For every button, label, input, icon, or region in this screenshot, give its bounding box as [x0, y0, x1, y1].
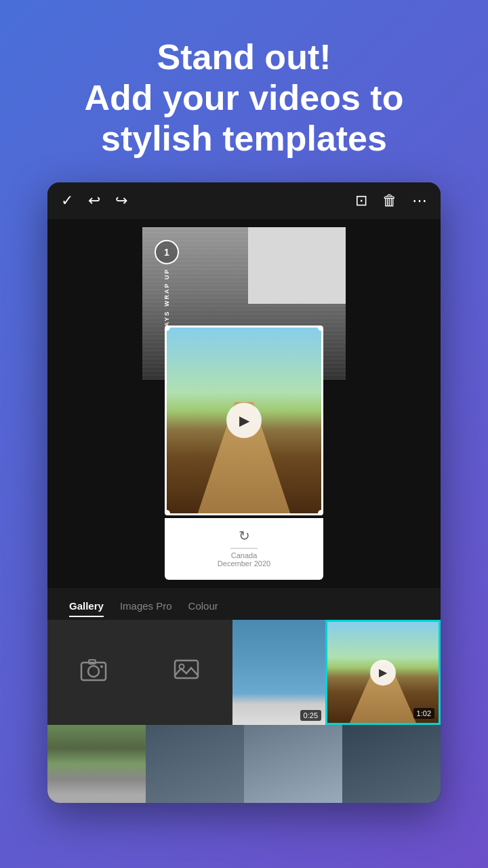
location-label: Canada — [176, 551, 312, 559]
photo-small-2[interactable] — [146, 725, 244, 803]
tab-colour[interactable]: Colour — [180, 597, 226, 614]
thumb-play-button[interactable]: ▶ — [370, 660, 396, 686]
editor-window: ✓ ↩ ↪ ⊡ 🗑 ⋯ 1 WRAP UP WINTER DAYS — [47, 182, 441, 803]
more-icon[interactable]: ⋯ — [412, 192, 427, 210]
photo-small-1[interactable] — [47, 725, 146, 803]
corner-dot-bl[interactable] — [165, 510, 170, 515]
top-right-placeholder — [248, 227, 346, 304]
template-bottom-card: ↻ Canada December 2020 — [165, 518, 323, 580]
svg-point-1 — [88, 666, 99, 677]
frame-handle-top[interactable] — [224, 326, 264, 326]
divider — [230, 548, 258, 549]
video-selected-cell[interactable]: ▶ 1:02 — [325, 620, 441, 725]
frame-handle-left[interactable] — [165, 407, 165, 434]
template-card: 1 WRAP UP WINTER DAYS — [142, 227, 346, 580]
delete-icon[interactable]: 🗑 — [382, 192, 397, 210]
date-label: December 2020 — [176, 559, 312, 568]
crop-icon[interactable]: ⊡ — [355, 192, 367, 210]
editor-toolbar: ✓ ↩ ↪ ⊡ 🗑 ⋯ — [47, 182, 441, 219]
tab-images-pro[interactable]: Images Pro — [112, 597, 180, 614]
pool-image — [232, 620, 325, 725]
photo-pool-cell[interactable]: 0:25 — [232, 620, 325, 725]
check-icon[interactable]: ✓ — [61, 192, 73, 210]
refresh-icon[interactable]: ↻ — [176, 528, 312, 544]
media-grid: 0:25 ▶ 1:02 — [47, 620, 441, 803]
bottom-panel: Gallery Images Pro Colour — [47, 588, 441, 803]
photo-small-3[interactable] — [244, 725, 342, 803]
tabs-row: Gallery Images Pro Colour — [47, 588, 441, 620]
redo-icon[interactable]: ↪ — [115, 192, 127, 210]
headline: Stand out! Add your videos to stylish te… — [41, 37, 447, 159]
video-play-button[interactable]: ▶ — [226, 403, 262, 438]
svg-point-3 — [100, 665, 103, 668]
media-top-row: 0:25 ▶ 1:02 — [47, 620, 441, 725]
media-bottom-row — [47, 725, 441, 803]
camera-cell[interactable] — [47, 620, 140, 725]
gallery-cell[interactable] — [140, 620, 233, 725]
photo-small-4[interactable] — [342, 725, 441, 803]
header-section: Stand out! Add your videos to stylish te… — [0, 0, 488, 182]
vertical-label1: WRAP UP — [163, 269, 170, 307]
step-number: 1 — [155, 240, 179, 264]
frame-handle-bottom[interactable] — [224, 515, 264, 515]
undo-icon[interactable]: ↩ — [88, 192, 100, 210]
forest-image — [47, 725, 146, 803]
video-frame: ▶ — [165, 326, 323, 515]
headline-line1: Stand out! — [157, 37, 331, 77]
video-duration-2: 1:02 — [413, 708, 434, 719]
tab-gallery[interactable]: Gallery — [61, 597, 112, 614]
svg-rect-4 — [175, 660, 198, 678]
video-duration-1: 0:25 — [300, 710, 321, 721]
corner-dot-br[interactable] — [318, 510, 323, 515]
camera-icon — [80, 657, 107, 688]
canvas-area: 1 WRAP UP WINTER DAYS — [47, 219, 441, 588]
headline-line2: Add your videos to stylish templates — [85, 78, 404, 158]
template-middle: ▶ — [165, 326, 323, 515]
gallery-icon — [173, 657, 200, 688]
